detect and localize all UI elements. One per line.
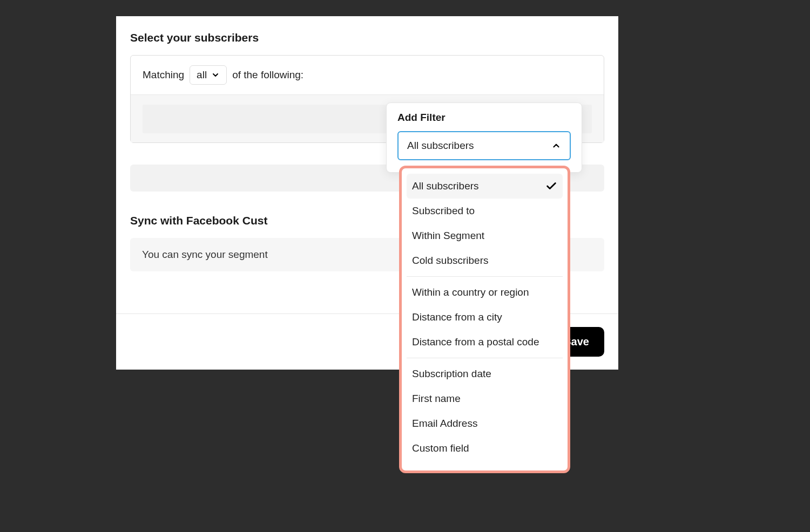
match-mode-value: all bbox=[197, 69, 207, 81]
filter-option-label: Cold subscribers bbox=[412, 255, 489, 267]
chevron-up-icon bbox=[551, 141, 561, 151]
add-filter-title: Add Filter bbox=[397, 112, 571, 124]
filter-option[interactable]: First name bbox=[407, 386, 563, 411]
filter-select-trigger[interactable]: All subscribers bbox=[397, 131, 571, 160]
filter-option[interactable]: Cold subscribers bbox=[407, 248, 563, 273]
filter-option[interactable]: Subscribed to bbox=[407, 199, 563, 223]
filter-option-label: Within Segment bbox=[412, 230, 484, 242]
filter-option-label: Within a country or region bbox=[412, 287, 529, 298]
filter-option[interactable]: Email Address bbox=[407, 411, 563, 436]
filter-option[interactable]: Subscription date bbox=[407, 362, 563, 386]
sync-text: You can sync your segment bbox=[142, 249, 268, 260]
filter-option[interactable]: Within a country or region bbox=[407, 280, 563, 305]
option-divider bbox=[407, 358, 563, 358]
section-title: Select your subscribers bbox=[130, 31, 604, 44]
filter-option[interactable]: Distance from a city bbox=[407, 305, 563, 330]
match-mode-select[interactable]: all bbox=[190, 65, 227, 85]
matching-label: Matching bbox=[143, 69, 184, 81]
filter-option-label: Subscription date bbox=[412, 368, 491, 380]
filter-select-value: All subscribers bbox=[407, 140, 474, 152]
filter-option[interactable]: Distance from a postal code bbox=[407, 330, 563, 354]
filter-option-label: Distance from a city bbox=[412, 311, 502, 323]
filter-option-label: All subscribers bbox=[412, 180, 479, 192]
filter-option-label: Custom field bbox=[412, 442, 469, 454]
option-divider bbox=[407, 276, 563, 277]
filter-option-label: Subscribed to bbox=[412, 205, 475, 217]
chevron-down-icon bbox=[211, 71, 220, 79]
filter-option[interactable]: All subscribers bbox=[407, 174, 563, 199]
rule-header: Matching all of the following: bbox=[131, 56, 604, 94]
filter-option-label: First name bbox=[412, 393, 461, 405]
filter-option[interactable]: Within Segment bbox=[407, 223, 563, 248]
filter-options-dropdown: All subscribers Subscribed to Within Seg… bbox=[399, 166, 570, 473]
of-following-label: of the following: bbox=[232, 69, 303, 81]
filter-option[interactable]: Custom field bbox=[407, 436, 563, 461]
filter-option-label: Distance from a postal code bbox=[412, 336, 539, 348]
add-filter-popover: Add Filter All subscribers bbox=[386, 103, 582, 173]
filter-option-label: Email Address bbox=[412, 418, 477, 429]
check-icon bbox=[545, 180, 557, 192]
